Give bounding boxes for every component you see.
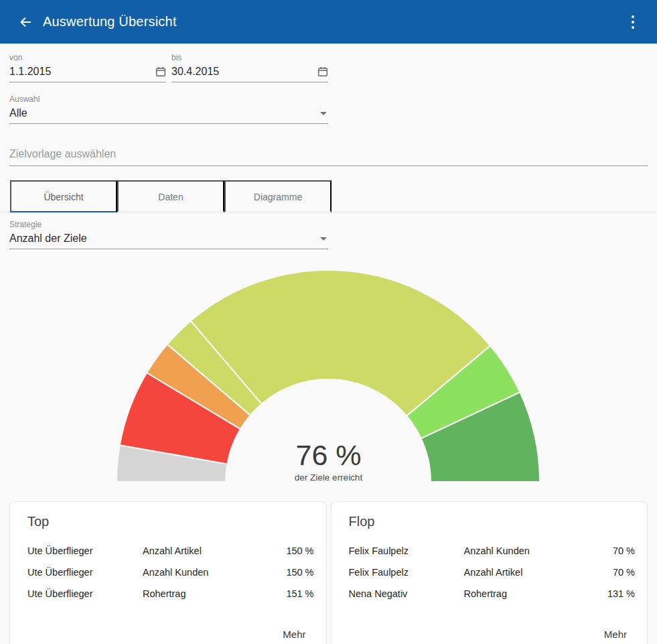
person-name: Nena Negativ — [349, 588, 464, 599]
date-from-value[interactable]: 1.1.2015 — [9, 66, 151, 78]
person-name: Ute Überflieger — [27, 567, 143, 578]
date-to-label: bis — [171, 53, 328, 62]
gauge-value: 76 % — [0, 440, 657, 470]
app-bar: Auswertung Übersicht — [0, 0, 657, 44]
person-name: Felix Faulpelz — [349, 567, 464, 578]
metric-name: Anzahl Artikel — [464, 567, 613, 578]
auswahl-value[interactable]: Alle — [9, 107, 320, 119]
date-from-field[interactable]: von 1.1.2015 — [9, 53, 166, 82]
table-row: Ute Überflieger Rohertrag 151 % — [27, 583, 314, 604]
back-button[interactable] — [12, 9, 39, 36]
top-more-button[interactable]: Mehr — [275, 623, 313, 644]
kebab-menu-icon[interactable] — [619, 9, 646, 36]
summary-cards: Top Ute Überflieger Anzahl Artikel 150 %… — [9, 501, 648, 644]
chevron-down-icon[interactable] — [320, 237, 327, 241]
page-title: Auswertung Übersicht — [43, 14, 177, 29]
metric-value: 70 % — [613, 567, 635, 578]
tab-daten[interactable]: Daten — [117, 180, 224, 212]
table-row: Ute Überflieger Anzahl Artikel 150 % — [27, 540, 314, 562]
table-row: Nena Negativ Rohertrag 131 % — [349, 583, 636, 604]
flop-more-button[interactable]: Mehr — [596, 623, 635, 644]
metric-name: Anzahl Kunden — [143, 567, 286, 578]
strategie-select[interactable]: Strategie Anzahl der Ziele — [9, 220, 328, 249]
zielvorlage-placeholder[interactable]: Zielvorlage auswählen — [9, 148, 648, 160]
strategie-label: Strategie — [9, 220, 328, 229]
gauge-chart: 76 % der Ziele erreicht — [0, 269, 657, 484]
tab-uebersicht[interactable]: Übersicht — [10, 180, 117, 212]
table-row: Felix Faulpelz Anzahl Kunden 70 % — [349, 540, 636, 562]
metric-value: 150 % — [286, 567, 313, 578]
person-name: Ute Überflieger — [27, 545, 143, 556]
filter-section: von 1.1.2015 bis 30.4.2015 — [0, 44, 657, 166]
date-to-field[interactable]: bis 30.4.2015 — [171, 53, 328, 82]
metric-name: Rohertrag — [464, 588, 607, 599]
chevron-down-icon[interactable] — [320, 112, 327, 115]
metric-value: 70 % — [613, 545, 635, 556]
metric-name: Anzahl Artikel — [143, 545, 286, 556]
metric-value: 151 % — [286, 588, 313, 599]
metric-name: Rohertrag — [143, 588, 286, 599]
auswahl-label: Auswahl — [9, 94, 328, 104]
metric-value: 150 % — [286, 545, 313, 556]
calendar-icon[interactable] — [317, 66, 328, 77]
metric-value: 131 % — [607, 588, 635, 599]
calendar-icon[interactable] — [155, 66, 166, 77]
flop-card-title: Flop — [349, 514, 636, 529]
top-card-title: Top — [27, 514, 314, 529]
person-name: Ute Überflieger — [27, 588, 143, 599]
auswahl-select[interactable]: Auswahl Alle — [9, 94, 328, 124]
tab-bar: Übersicht Daten Diagramme — [0, 180, 657, 212]
metric-name: Anzahl Kunden — [464, 545, 613, 556]
flop-card: Flop Felix Faulpelz Anzahl Kunden 70 % F… — [331, 501, 648, 644]
date-from-label: von — [9, 53, 166, 62]
strategie-value[interactable]: Anzahl der Ziele — [9, 233, 320, 245]
gauge-sublabel: der Ziele erreicht — [0, 472, 657, 482]
top-card: Top Ute Überflieger Anzahl Artikel 150 %… — [9, 501, 327, 644]
date-to-value[interactable]: 30.4.2015 — [171, 66, 313, 78]
person-name: Felix Faulpelz — [349, 545, 464, 556]
table-row: Ute Überflieger Anzahl Kunden 150 % — [27, 562, 314, 583]
tab-diagramme[interactable]: Diagramme — [224, 180, 332, 212]
table-row: Felix Faulpelz Anzahl Artikel 70 % — [349, 562, 636, 583]
zielvorlage-select[interactable]: Zielvorlage auswählen — [9, 148, 648, 166]
arrow-left-icon — [18, 15, 33, 29]
